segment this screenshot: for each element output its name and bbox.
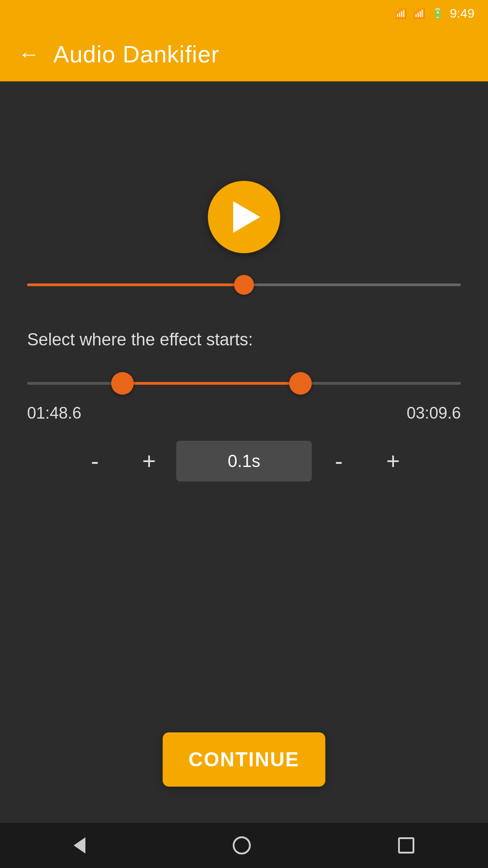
progress-thumb[interactable] <box>234 275 254 295</box>
signal-icon: 📶 <box>413 8 425 19</box>
progress-slider[interactable] <box>27 276 461 294</box>
time-right: 03:09.6 <box>407 404 461 423</box>
progress-fill <box>27 283 244 286</box>
main-content: Select where the effect starts: 01:48.6 … <box>0 81 488 823</box>
right-minus-button[interactable]: - <box>312 441 366 481</box>
status-time: 9:49 <box>450 6 475 21</box>
nav-recents-icon[interactable] <box>398 837 414 854</box>
left-minus-button[interactable]: - <box>68 441 122 481</box>
status-icons: 📶 📶 🔋 9:49 <box>394 6 475 21</box>
range-track <box>27 382 461 385</box>
time-row: 01:48.6 03:09.6 <box>27 404 461 423</box>
app-title: Audio Dankifier <box>53 41 220 68</box>
range-fill <box>122 382 300 385</box>
play-icon <box>233 201 260 233</box>
effect-section: Select where the effect starts: 01:48.6 … <box>27 330 461 481</box>
wifi-icon: 📶 <box>394 8 407 19</box>
battery-icon: 🔋 <box>432 8 444 19</box>
app-bar: ← Audio Dankifier <box>0 27 488 81</box>
back-button[interactable]: ← <box>18 43 40 65</box>
left-plus-button[interactable]: + <box>122 441 176 481</box>
status-bar: 📶 📶 🔋 9:49 <box>0 0 488 27</box>
controls-row: - + 0.1s - + <box>27 441 461 481</box>
nav-back-icon[interactable] <box>74 837 85 854</box>
continue-button[interactable]: CONTINUE <box>163 732 325 787</box>
step-display: 0.1s <box>176 441 312 481</box>
range-slider[interactable] <box>27 372 461 395</box>
time-left: 01:48.6 <box>27 404 81 423</box>
range-thumb-right[interactable] <box>289 372 312 395</box>
right-plus-button[interactable]: + <box>366 441 420 481</box>
effect-label: Select where the effect starts: <box>27 330 461 349</box>
progress-track <box>27 283 461 286</box>
nav-bar <box>0 823 488 868</box>
play-area <box>27 181 461 294</box>
range-thumb-left[interactable] <box>111 372 134 395</box>
nav-home-icon[interactable] <box>233 836 251 854</box>
play-button[interactable] <box>208 181 280 253</box>
